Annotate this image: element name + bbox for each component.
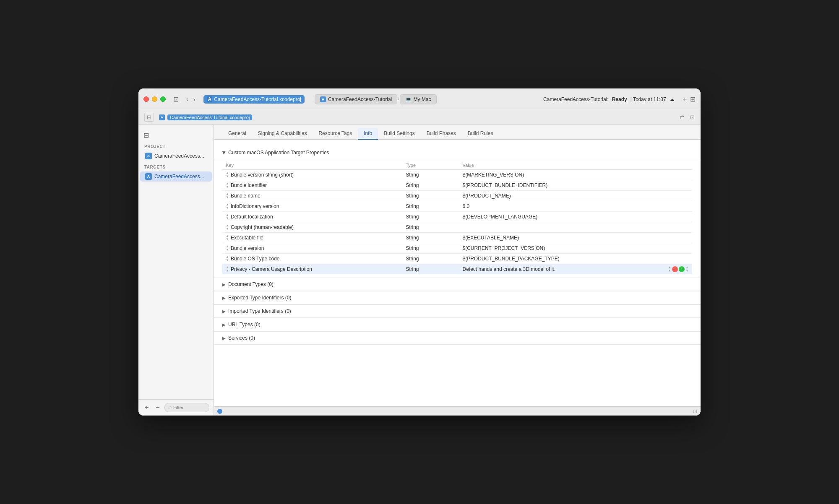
row-value-cell[interactable]: 6.0 [459, 201, 693, 212]
filter-icon: ⊙ [168, 405, 172, 410]
table-row[interactable]: ▲▼ Bundle name String$(PRODUCT_NAME) [222, 191, 692, 201]
section-chevron-custom-macos: ▶ [222, 151, 227, 154]
content-area: General Signing & Capabilities Resource … [214, 125, 701, 416]
add-row-btn[interactable]: + [679, 266, 685, 272]
row-value-cell[interactable]: $(PRODUCT_BUNDLE_IDENTIFIER) [459, 180, 693, 191]
row-type-cell: String [402, 243, 459, 254]
main-layout: ⊟ PROJECT A CameraFeedAccess... TARGETS … [138, 125, 701, 416]
add-button[interactable]: + [683, 96, 687, 103]
sort-arrows: ▲▼ [226, 171, 229, 178]
section-header-imported[interactable]: ▶ Imported Type Identifiers (0) [214, 304, 701, 318]
tab-chevron: › [398, 97, 399, 101]
remove-target-btn[interactable]: − [154, 403, 162, 412]
row-type-cell: String [402, 170, 459, 180]
table-row[interactable]: ▲▼ InfoDictionary version String6.0 [222, 201, 692, 212]
tab-info[interactable]: Info [358, 128, 378, 140]
section-title-custom-macos: Custom macOS Application Target Properti… [228, 150, 329, 156]
row-key-cell: ▲▼ Privacy - Camera Usage Description [222, 264, 402, 275]
tab-resource-tags[interactable]: Resource Tags [313, 128, 358, 140]
table-row[interactable]: ▲▼ Privacy - Camera Usage Description St… [222, 264, 692, 275]
table-row[interactable]: ▲▼ Bundle version string (short) String$… [222, 170, 692, 180]
row-value-cell[interactable]: $(CURRENT_PROJECT_VERSION) [459, 243, 693, 254]
sidebar-item-project[interactable]: A CameraFeedAccess... [140, 151, 212, 161]
section-chevron-imported: ▶ [222, 309, 226, 314]
add-target-btn[interactable]: + [143, 403, 151, 412]
tab-general[interactable]: General [222, 128, 252, 140]
tab-camerafeed[interactable]: A CameraFeedAccess-Tutorial [315, 94, 397, 104]
sidebar-toggle-icon[interactable]: ⊡ [173, 95, 179, 103]
table-row[interactable]: ▲▼ Bundle OS Type code String$(PRODUCT_B… [222, 254, 692, 264]
filter-input[interactable] [173, 405, 206, 410]
section-header-services[interactable]: ▶ Services (0) [214, 331, 701, 345]
target-item-label: CameraFeedAccess... [154, 174, 204, 179]
sort-arrows: ▲▼ [226, 255, 229, 262]
tabs-bar: General Signing & Capabilities Resource … [214, 125, 701, 140]
section-header-document-types[interactable]: ▶ Document Types (0) [214, 278, 701, 291]
maximize-button[interactable] [160, 96, 166, 102]
col-header-type: Type [402, 161, 459, 170]
section-header-url-types[interactable]: ▶ URL Types (0) [214, 318, 701, 331]
build-status: CameraFeedAccess-Tutorial: Ready | Today… [543, 96, 675, 102]
breadcrumb-tab-label: CameraFeedAccess-Tutorial.xcodeproj [214, 96, 301, 102]
sort-arrows: ▲▼ [226, 192, 229, 199]
titlebar-right-controls: + ⊞ [683, 95, 696, 103]
row-value-cell[interactable] [459, 222, 693, 233]
status-project-name: CameraFeedAccess-Tutorial: [543, 96, 609, 102]
traffic-lights [143, 96, 166, 102]
tab-mymac[interactable]: 💻 My Mac [400, 94, 437, 104]
section-services: ▶ Services (0) [214, 331, 701, 345]
row-type-cell: String [402, 233, 459, 243]
table-row[interactable]: ▲▼ Bundle version String$(CURRENT_PROJEC… [222, 243, 692, 254]
row-controls: ▲▼ − + ▲▼ [668, 266, 689, 273]
table-row[interactable]: ▲▼ Executable file String$(EXECUTABLE_NA… [222, 233, 692, 243]
file-breadcrumb-text: CameraFeedAccess-Tutorial.xcodeproj [167, 114, 252, 120]
row-value-cell[interactable]: $(DEVELOPMENT_LANGUAGE) [459, 212, 693, 222]
inspector-toggle-btn[interactable]: ⊟ [144, 113, 154, 122]
section-chevron-url-types: ▶ [222, 322, 226, 327]
properties-area: ▶ Custom macOS Application Target Proper… [214, 140, 701, 406]
row-key-cell: ▲▼ Bundle identifier [222, 180, 402, 191]
breadcrumb-tab[interactable]: A CameraFeedAccess-Tutorial.xcodeproj [203, 95, 305, 104]
table-row[interactable]: ▲▼ Copyright (human-readable) String [222, 222, 692, 233]
sort-arrows: ▲▼ [226, 266, 229, 273]
tab-signing[interactable]: Signing & Capabilities [252, 128, 313, 140]
sidebar-footer: + − ⊙ [138, 399, 214, 416]
row-value-cell[interactable]: Detect hands and create a 3D model of it… [459, 264, 693, 275]
close-button[interactable] [143, 96, 149, 102]
section-title-imported: Imported Type Identifiers (0) [228, 308, 291, 314]
sidebar-panel-icon[interactable]: ⊟ [143, 132, 149, 139]
cloud-upload-icon[interactable]: ☁ [670, 96, 675, 102]
row-key-cell: ▲▼ Bundle version string (short) [222, 170, 402, 180]
section-header-custom-macos[interactable]: ▶ Custom macOS Application Target Proper… [214, 146, 701, 159]
minimize-button[interactable] [152, 96, 157, 102]
sort-arrows: ▲▼ [226, 182, 229, 189]
row-type-cell: String [402, 180, 459, 191]
table-row[interactable]: ▲▼ Default localization String$(DEVELOPM… [222, 212, 692, 222]
section-chevron-exported: ▶ [222, 296, 226, 300]
tab-build-rules[interactable]: Build Rules [462, 128, 499, 140]
exchange-icon[interactable]: ⇄ [678, 113, 686, 121]
row-value-cell[interactable]: $(MARKETING_VERSION) [459, 170, 693, 180]
row-value-cell[interactable]: $(EXECUTABLE_NAME) [459, 233, 693, 243]
titlebar-tabs: A CameraFeedAccess-Tutorial › 💻 My Mac [315, 94, 540, 104]
row-key-cell: ▲▼ Bundle OS Type code [222, 254, 402, 264]
target-icon: A [145, 173, 152, 180]
row-value-cell[interactable]: $(PRODUCT_NAME) [459, 191, 693, 201]
sidebar-item-target[interactable]: A CameraFeedAccess... [140, 171, 212, 182]
tab-build-settings[interactable]: Build Settings [378, 128, 420, 140]
back-button[interactable]: ‹ [185, 95, 190, 104]
row-key-cell: ▲▼ Bundle version [222, 243, 402, 254]
remove-row-btn[interactable]: − [672, 266, 678, 272]
row-key-cell: ▲▼ Bundle name [222, 191, 402, 201]
layout-button[interactable]: ⊞ [690, 95, 696, 103]
section-header-exported[interactable]: ▶ Exported Type Identifiers (0) [214, 291, 701, 304]
filter-field[interactable]: ⊙ [164, 403, 209, 412]
forward-button[interactable]: › [192, 95, 197, 104]
type-arrows: ▲▼ [685, 266, 689, 273]
split-view-icon[interactable]: ⊡ [688, 113, 696, 121]
table-row[interactable]: ▲▼ Bundle identifier String$(PRODUCT_BUN… [222, 180, 692, 191]
section-chevron-document-types: ▶ [222, 282, 226, 287]
tab-build-phases[interactable]: Build Phases [421, 128, 462, 140]
tab-label-camerafeed: CameraFeedAccess-Tutorial [328, 96, 392, 102]
row-value-cell[interactable]: $(PRODUCT_BUNDLE_PACKAGE_TYPE) [459, 254, 693, 264]
